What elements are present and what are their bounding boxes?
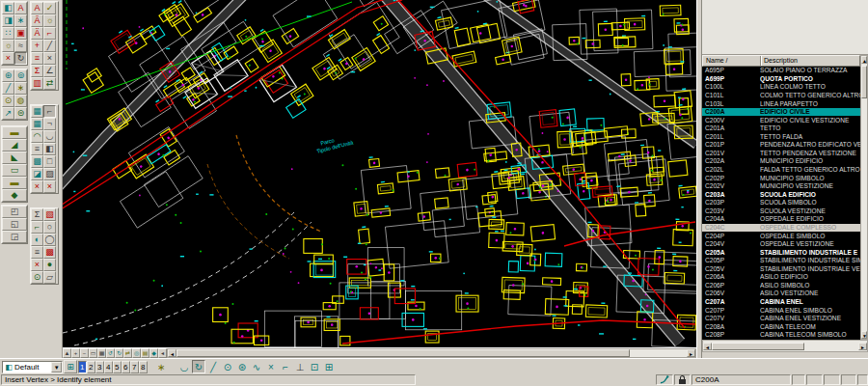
level-table[interactable]: A695PSOLAIO PIANO O TERRAZZAA699PQUOTA P… bbox=[702, 67, 860, 340]
tool-icon[interactable]: ⇄ bbox=[43, 77, 56, 90]
level-table-hscrollbar[interactable]: ◄ ► bbox=[702, 340, 868, 352]
tool-icon[interactable]: ○ bbox=[43, 221, 56, 234]
snap-tool-icon[interactable]: × bbox=[264, 360, 278, 373]
tool-icon[interactable]: ≈ bbox=[14, 40, 27, 52]
level-row[interactable]: C207PCABINA ENEL SIMBOLO bbox=[702, 306, 860, 315]
view-toggle-6[interactable]: 6 bbox=[122, 361, 130, 373]
tool-icon[interactable]: ⊙ bbox=[31, 271, 43, 284]
level-row[interactable]: A695PSOLAIO PIANO O TERRAZZA bbox=[702, 67, 860, 75]
scroll-left-icon[interactable]: ◄ bbox=[703, 343, 712, 350]
view-toggle-7[interactable]: 7 bbox=[130, 361, 139, 373]
tool-icon[interactable]: ● bbox=[43, 259, 56, 271]
tool-icon[interactable]: ▨ bbox=[43, 168, 56, 180]
level-row[interactable]: C204AOSPEDALE EDIFICIO bbox=[702, 215, 860, 224]
tool-icon[interactable]: ¬ bbox=[43, 118, 56, 130]
view-control-icon[interactable]: ▤ bbox=[141, 348, 149, 358]
tool-icon[interactable]: + bbox=[31, 40, 43, 52]
level-row[interactable]: C208ACABINA TELECOM bbox=[702, 322, 860, 331]
view-toggle-5[interactable]: 5 bbox=[113, 361, 122, 373]
level-row[interactable]: C103LLINEA PARAPETTO bbox=[702, 99, 860, 108]
tool-icon[interactable]: ◢ bbox=[2, 139, 27, 152]
view-toggle-8[interactable]: 8 bbox=[139, 361, 148, 373]
tool-icon[interactable]: ◲ bbox=[2, 231, 27, 243]
tool-icon[interactable]: × bbox=[2, 52, 14, 65]
level-row[interactable]: C200VEDIFICIO CIVILE VESTIZIONE bbox=[702, 116, 860, 124]
tool-icon[interactable]: ✓ bbox=[43, 2, 56, 14]
tool-icon[interactable]: ╱ bbox=[2, 82, 14, 95]
snap-tool-icon[interactable]: ∿ bbox=[250, 360, 263, 373]
scrollbar-thumb[interactable] bbox=[176, 349, 630, 357]
scroll-left-icon[interactable]: ◄ bbox=[168, 349, 176, 357]
tool-icon[interactable]: ◐ bbox=[31, 234, 43, 246]
tool-icon[interactable]: ◠ bbox=[31, 130, 43, 143]
level-row[interactable]: C201LTETTO FALDA bbox=[702, 133, 860, 142]
tool-icon[interactable]: ◰ bbox=[2, 206, 27, 218]
tool-icon[interactable]: ☼ bbox=[2, 40, 14, 52]
tool-icon[interactable]: ≡ bbox=[31, 246, 43, 259]
tool-icon[interactable]: ∗ bbox=[14, 14, 27, 27]
tool-icon[interactable]: ☼ bbox=[43, 14, 56, 27]
tool-icon[interactable]: A bbox=[14, 2, 27, 14]
level-row[interactable]: C206VASILO VESTIZIONE bbox=[702, 290, 860, 298]
snap-tool-icon[interactable]: ⊛ bbox=[235, 360, 249, 373]
tool-icon[interactable]: ∠ bbox=[43, 65, 56, 77]
accudraw-icon[interactable]: ∗ bbox=[154, 360, 168, 373]
tool-icon[interactable]: ◯ bbox=[43, 234, 56, 246]
tool-icon[interactable]: × bbox=[31, 180, 43, 193]
view-toggle-3[interactable]: 3 bbox=[95, 361, 104, 373]
tool-icon[interactable]: ◧ bbox=[43, 143, 56, 155]
scroll-right-icon[interactable]: ► bbox=[687, 349, 695, 357]
tool-icon[interactable]: ⊚ bbox=[14, 69, 27, 82]
column-header-description[interactable]: Description bbox=[761, 56, 859, 66]
tool-icon[interactable]: ∷ bbox=[2, 27, 14, 40]
tool-icon[interactable]: ◧ bbox=[2, 2, 14, 14]
tool-icon[interactable]: Ã bbox=[31, 14, 43, 27]
tool-icon[interactable]: ◡ bbox=[43, 130, 56, 143]
level-row[interactable]: C204POSPEDALE SIMBOLO bbox=[702, 232, 860, 240]
view-control-icon[interactable]: ▲ bbox=[63, 348, 71, 358]
tool-icon[interactable]: ▬ bbox=[2, 177, 27, 189]
tool-icon[interactable]: ↗ bbox=[2, 107, 14, 120]
level-row[interactable]: C203VSCUOLA VESTIZIONE bbox=[702, 207, 860, 216]
snap-tool-icon[interactable]: ⊙ bbox=[221, 360, 234, 373]
status-pane[interactable] bbox=[824, 374, 840, 385]
levels-dialog-button[interactable]: ⊞ bbox=[64, 360, 76, 373]
level-row[interactable]: A699PQUOTA PORTICO bbox=[702, 75, 860, 84]
view-control-icon[interactable]: ▭ bbox=[89, 348, 97, 358]
tool-icon[interactable]: ⊙ bbox=[2, 95, 14, 107]
cad-map-drawing[interactable]: ParcoTipolo dell'Unità bbox=[63, 0, 696, 347]
status-pane[interactable] bbox=[806, 374, 823, 385]
snap-tool-icon[interactable]: ⊞ bbox=[322, 360, 336, 373]
level-row[interactable]: C206PASILO SIMBOLO bbox=[702, 282, 860, 290]
level-row[interactable]: C101LCOLMO TETTO GENERICO ALTRO E bbox=[702, 92, 860, 100]
snap-tool-icon[interactable]: ⌐ bbox=[279, 360, 292, 373]
tool-icon[interactable]: ▩ bbox=[43, 246, 56, 259]
view-control-icon[interactable]: ◂ bbox=[158, 348, 167, 358]
view-control-icon[interactable]: ▦ bbox=[97, 348, 106, 358]
tool-icon[interactable]: Σ bbox=[31, 65, 43, 77]
tool-icon[interactable]: ⌐ bbox=[31, 221, 43, 234]
tool-icon[interactable]: ◆ bbox=[2, 189, 27, 202]
snap-tool-icon[interactable]: ⊡ bbox=[308, 360, 321, 373]
view-toggle-2[interactable]: 2 bbox=[87, 361, 95, 373]
view-control-icon[interactable]: + bbox=[71, 348, 80, 358]
level-row[interactable]: C201ATETTO bbox=[702, 124, 860, 133]
tool-icon[interactable]: × bbox=[43, 180, 56, 193]
level-row[interactable]: C201PPENDENZA ALTRO EDIFICATO VEST bbox=[702, 141, 860, 150]
view-control-icon[interactable]: ↻ bbox=[115, 348, 123, 358]
tool-icon[interactable]: × bbox=[31, 259, 43, 271]
scroll-up-icon[interactable]: ▲ bbox=[861, 56, 867, 64]
level-row[interactable]: C100LLINEA COLMO TETTO bbox=[702, 83, 860, 92]
level-row[interactable]: C202AMUNICIPIO EDIFICIO bbox=[702, 157, 860, 166]
snap-mode-pane[interactable] bbox=[656, 374, 673, 385]
tool-icon[interactable]: ∗ bbox=[14, 82, 27, 95]
view-control-icon[interactable]: ↺ bbox=[106, 348, 115, 358]
scroll-down-icon[interactable]: ▼ bbox=[861, 331, 867, 339]
level-row[interactable]: C205PSTABILIMENTO INDUSTRIALE SIMB bbox=[702, 257, 860, 265]
tool-icon[interactable]: ≡ bbox=[31, 52, 43, 65]
view-control-icon[interactable]: ◆ bbox=[149, 348, 158, 358]
tool-icon[interactable]: ⌐ bbox=[43, 27, 56, 40]
level-row[interactable]: C206AASILO EDIFICIO bbox=[702, 273, 860, 282]
view-toggle-4[interactable]: 4 bbox=[104, 361, 113, 373]
tool-icon[interactable]: ╱ bbox=[43, 40, 56, 52]
